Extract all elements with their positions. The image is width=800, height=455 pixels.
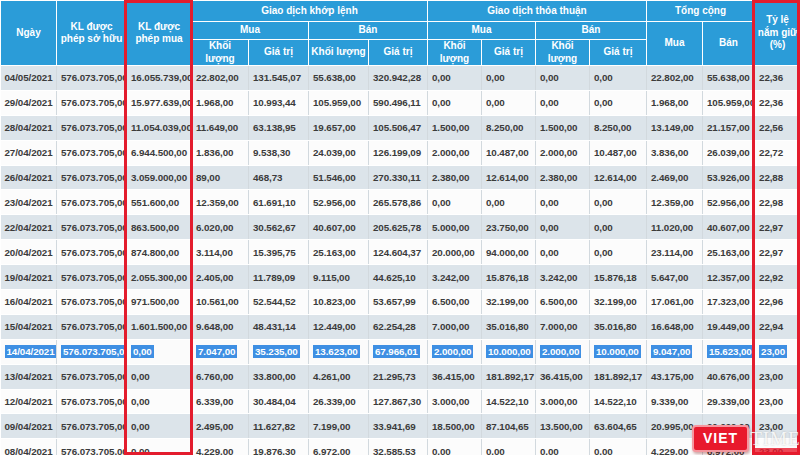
table-row[interactable]: 23/04/2021 576.073.705,00 551.600,00 12.…	[1, 190, 800, 215]
cell-pt-sell-value: 8.250,00	[590, 115, 647, 140]
cell-om-sell-volume: 10.823,00	[309, 290, 369, 315]
cell-om-buy-volume: 11.649,00	[192, 115, 249, 140]
cell-om-sell-volume: 25.163,00	[309, 240, 369, 265]
cell-pt-buy-volume: 3.000,00	[428, 389, 482, 414]
table-row[interactable]: 15/04/2021 576.073.705,00 1.601.500,00 9…	[1, 314, 800, 339]
cell-om-buy-value: 131.545,07	[249, 66, 309, 91]
cell-allowed-own: 576.073.705,00	[57, 90, 127, 115]
table-row[interactable]: 04/05/2021 576.073.705,00 16.055.739,00 …	[1, 66, 800, 91]
cell-total-sell: 26.039,00	[703, 140, 755, 165]
cell-date: 08/04/2021	[1, 439, 57, 455]
table-row[interactable]: 08/04/2021 576.073.705,00 0,00 4.229,00 …	[1, 439, 800, 455]
cell-total-buy: 9.047,00	[647, 339, 703, 364]
cell-allowed-buy: 16.055.739,00	[127, 66, 192, 91]
cell-pt-sell-value: 0,00	[590, 66, 647, 91]
table-row[interactable]: 16/04/2021 576.073.705,00 971.500,00 10.…	[1, 290, 800, 315]
table-row[interactable]: 12/04/2021 576.073.705,00 0,00 6.339,00 …	[1, 389, 800, 414]
cell-om-sell-value: 320.942,28	[369, 66, 428, 91]
cell-holding-ratio: 22,97	[755, 215, 800, 240]
cell-total-sell: 21.157,00	[703, 115, 755, 140]
cell-allowed-buy: 1.601.500,00	[127, 314, 192, 339]
trading-data-table: Ngày KL được phép sở hữu KL được phép mu…	[0, 0, 800, 455]
cell-om-sell-value: 270.330,11	[369, 165, 428, 190]
cell-om-buy-value: 33.800,00	[249, 364, 309, 389]
cell-pt-sell-volume: 2.380,00	[536, 165, 590, 190]
col-header-holding-ratio: Tỷ lệ nắm giữ (%)	[755, 1, 800, 66]
cell-date: 12/04/2021	[1, 389, 57, 414]
cell-allowed-own: 576.073.705,00	[57, 314, 127, 339]
cell-pt-sell-volume: 13.500,00	[536, 414, 590, 439]
cell-pt-buy-value: 0,00	[482, 439, 536, 455]
cell-om-sell-value: 126.199,09	[369, 140, 428, 165]
cell-om-buy-volume: 2.405,00	[192, 265, 249, 290]
cell-date: 13/04/2021	[1, 364, 57, 389]
cell-date: 09/04/2021	[1, 414, 57, 439]
cell-pt-sell-value: 0,00	[590, 439, 647, 455]
col-header-pt-buy-value: Giá trị	[482, 40, 536, 66]
cell-pt-sell-volume: 3.000,00	[536, 389, 590, 414]
cell-allowed-own: 576.073.705,00	[57, 389, 127, 414]
col-header-allowed-buy: KL được phép mua	[127, 1, 192, 66]
table-row[interactable]: 13/04/2021 576.073.705,00 0,00 6.760,00 …	[1, 364, 800, 389]
cell-allowed-buy: 0,00	[127, 389, 192, 414]
cell-om-sell-value: 32.585,53	[369, 439, 428, 455]
cell-total-sell: 17.323,00	[703, 290, 755, 315]
table-row[interactable]: 29/04/2021 576.073.705,00 15.977.639,00 …	[1, 90, 800, 115]
cell-pt-buy-value: 0,00	[482, 190, 536, 215]
cell-date: 20/04/2021	[1, 240, 57, 265]
cell-om-buy-volume: 12.359,00	[192, 190, 249, 215]
cell-holding-ratio: 22,88	[755, 165, 800, 190]
cell-om-sell-value: 53.657,99	[369, 290, 428, 315]
subheader-om-buy: Mua	[192, 22, 309, 40]
cell-pt-buy-value: 0,00	[482, 66, 536, 91]
cell-pt-sell-volume: 0,00	[536, 240, 590, 265]
cell-total-sell: 40.676,00	[703, 364, 755, 389]
col-header-total-sell: Bán	[703, 22, 755, 66]
cell-pt-buy-volume: 6.500,00	[428, 290, 482, 315]
table-row[interactable]: 28/04/2021 576.073.705,00 11.054.039,00 …	[1, 115, 800, 140]
cell-om-sell-value: 62.254,28	[369, 314, 428, 339]
cell-total-buy: 5.647,00	[647, 265, 703, 290]
cell-om-buy-value: 52.544,52	[249, 290, 309, 315]
cell-om-buy-value: 30.562,67	[249, 215, 309, 240]
cell-pt-sell-volume: 0,00	[536, 90, 590, 115]
cell-allowed-own: 576.073.705,00	[57, 240, 127, 265]
cell-allowed-buy: 11.054.039,00	[127, 115, 192, 140]
cell-om-sell-volume: 40.607,00	[309, 215, 369, 240]
cell-pt-sell-value: 0,00	[590, 190, 647, 215]
cell-om-buy-volume: 6.339,00	[192, 389, 249, 414]
cell-pt-sell-volume: 0,00	[536, 66, 590, 91]
cell-holding-ratio: 22,36	[755, 66, 800, 91]
cell-pt-buy-value: 10.487,00	[482, 140, 536, 165]
cell-holding-ratio: 23,00	[755, 364, 800, 389]
table-row[interactable]: 14/04/2021 576.073.705,00 0,00 7.047,00 …	[1, 339, 800, 364]
table-row[interactable]: 09/04/2021 576.073.705,00 0,00 2.495,00 …	[1, 414, 800, 439]
cell-om-buy-value: 61.691,10	[249, 190, 309, 215]
cell-total-sell: 25.163,00	[703, 240, 755, 265]
cell-om-sell-value: 265.578,86	[369, 190, 428, 215]
cell-allowed-own: 576.073.705,00	[57, 265, 127, 290]
cell-pt-buy-volume: 5.000,00	[428, 215, 482, 240]
table-row[interactable]: 22/04/2021 576.073.705,00 863.500,00 6.0…	[1, 215, 800, 240]
cell-total-sell: 6.972,00	[703, 439, 755, 455]
cell-pt-sell-value: 0,00	[590, 90, 647, 115]
table-row[interactable]: 26/04/2021 576.073.705,00 3.059.000,00 8…	[1, 165, 800, 190]
table-row[interactable]: 27/04/2021 576.073.705,00 6.944.500,00 1…	[1, 140, 800, 165]
cell-pt-sell-volume: 36.415,00	[536, 364, 590, 389]
cell-pt-sell-volume: 7.000,00	[536, 314, 590, 339]
cell-date: 23/04/2021	[1, 190, 57, 215]
cell-pt-buy-volume: 18.500,00	[428, 414, 482, 439]
table-row[interactable]: 20/04/2021 576.073.705,00 874.800,00 3.1…	[1, 240, 800, 265]
cell-om-buy-volume: 9.648,00	[192, 314, 249, 339]
cell-date: 16/04/2021	[1, 290, 57, 315]
cell-date: 14/04/2021	[1, 339, 57, 364]
cell-allowed-own: 576.073.705,00	[57, 364, 127, 389]
cell-pt-sell-value: 0,00	[590, 215, 647, 240]
cell-om-buy-value: 10.993,44	[249, 90, 309, 115]
cell-date: 19/04/2021	[1, 265, 57, 290]
cell-holding-ratio: 22,36	[755, 90, 800, 115]
cell-allowed-buy: 0,00	[127, 339, 192, 364]
cell-om-buy-volume: 2.495,00	[192, 414, 249, 439]
table-row[interactable]: 19/04/2021 576.073.705,00 2.055.300,00 2…	[1, 265, 800, 290]
cell-pt-buy-volume: 1.500,00	[428, 115, 482, 140]
